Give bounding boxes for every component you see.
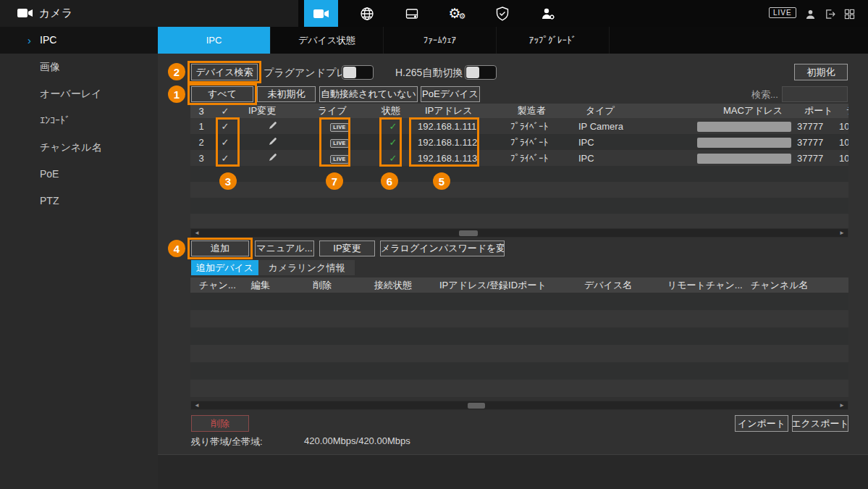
added-device-table: チャン... 編集 削除 接続状態 IPアドレス/登録IDポート デバイス名 リ… — [190, 277, 848, 397]
col-ip: IPアドレス — [415, 104, 507, 117]
row-checkbox[interactable]: ✓ — [212, 137, 238, 148]
empty-row — [190, 362, 848, 380]
col-delete: 削除 — [304, 279, 366, 292]
manufacturer: ﾌﾟﾗｲﾍﾞｰﾄ — [507, 153, 576, 164]
horizontal-scrollbar[interactable]: ◄ ► — [190, 228, 848, 238]
table-row[interactable]: 3 ✓ LIVE ✓ 192.168.1.113 ﾌﾟﾗｲﾍﾞｰﾄ IPC 37… — [190, 150, 848, 166]
row-checkbox[interactable]: ✓ — [212, 121, 238, 132]
col-channel-name: チャンネル名 — [742, 279, 848, 292]
select-all-checkbox[interactable]: ✓ — [212, 106, 238, 117]
nav-system-icon[interactable]: ⚙⚙ — [440, 0, 474, 27]
add-button[interactable]: 追加 — [191, 241, 249, 256]
manual-add-button[interactable]: マニュアル... — [255, 241, 314, 256]
col-channel: チャン... — [190, 279, 243, 292]
sidebar-item-label: ｴﾝｺｰﾄﾞ — [40, 114, 70, 126]
sidebar-item-label: チャンネル名 — [40, 141, 102, 153]
table-row[interactable]: 2 ✓ LIVE ✓ 192.168.1.112 ﾌﾟﾗｲﾍﾞｰﾄ IPC 37… — [190, 134, 848, 150]
h265-auto-toggle[interactable] — [465, 65, 497, 80]
live-badge: LIVE — [330, 139, 349, 148]
logout-icon[interactable] — [823, 7, 836, 20]
col-ip-register-port: IPアドレス/登録IDポート — [431, 279, 576, 292]
ip-address: 192.168.1.111 — [415, 121, 507, 132]
sidebar-item-ptz[interactable]: PTZ — [0, 188, 158, 214]
initialize-button[interactable]: 初期化 — [794, 64, 848, 80]
edit-ip-icon[interactable] — [238, 137, 308, 148]
sidebar-item-overlay[interactable]: オーバーレイ — [0, 80, 158, 107]
scroll-right-arrow[interactable]: ► — [838, 401, 846, 409]
sidebar-item-poe[interactable]: PoE — [0, 161, 158, 188]
device-search-button[interactable]: デバイス検索 — [191, 64, 258, 80]
device-type: IPC — [576, 153, 694, 164]
edit-ip-icon[interactable] — [238, 153, 308, 164]
delete-button[interactable]: 削除 — [191, 415, 249, 432]
change-camera-login-password-button[interactable]: カメラログインパスワードを変... — [380, 241, 505, 256]
bandwidth-label: 残り帯域/全帯域: — [191, 435, 263, 448]
row-checkbox[interactable]: ✓ — [212, 153, 238, 164]
sidebar-item-ipc[interactable]: › IPC — [0, 27, 158, 54]
nav-storage-icon[interactable] — [395, 0, 429, 27]
scroll-left-arrow[interactable]: ◄ — [193, 229, 201, 237]
scroll-left-arrow[interactable]: ◄ — [193, 401, 201, 409]
nav-account-icon[interactable] — [531, 0, 565, 27]
live-mode-badge[interactable]: LIVE — [769, 7, 796, 18]
scrollbar-thumb[interactable] — [468, 403, 485, 409]
ip-change-button[interactable]: IP変更 — [319, 241, 375, 256]
empty-row — [190, 380, 848, 397]
horizontal-scrollbar[interactable]: ◄ ► — [190, 401, 848, 410]
nav-network-icon[interactable] — [350, 0, 384, 27]
subtab-camera-link-info[interactable]: カメラリンク情報 — [258, 260, 355, 275]
col-remote-channel: リモートチャン... — [659, 279, 742, 292]
sidebar: › IPC 画像 オーバーレイ ｴﾝｺｰﾄﾞ チャンネル名 PoE PTZ — [0, 27, 158, 489]
export-button[interactable]: エクスポート — [792, 415, 848, 432]
device-extra: 10 — [836, 121, 848, 132]
live-badge: LIVE — [330, 155, 349, 164]
mac-redacted — [697, 122, 791, 132]
port: 37777 — [794, 121, 836, 132]
col-connection-status: 接続状態 — [366, 279, 431, 292]
device-type: IPC — [576, 137, 694, 148]
col-device: デ — [836, 104, 848, 117]
grid-icon[interactable] — [843, 7, 856, 20]
device-table-header: 3 ✓ IP変更 ライブ 状態 IPアドレス 製造者 タイプ MACアドレス ポ… — [190, 104, 848, 118]
col-type: タイプ — [576, 104, 694, 117]
empty-row — [190, 166, 848, 182]
h265-auto-label: H.265自動切換 — [395, 67, 463, 80]
user-icon[interactable] — [804, 7, 817, 20]
plug-and-play-toggle[interactable] — [342, 65, 374, 80]
col-manufacturer: 製造者 — [507, 104, 576, 117]
device-extra: 10 — [836, 137, 848, 148]
topbar: カメラ ⚙⚙ LIVE — [0, 0, 868, 27]
scroll-right-arrow[interactable]: ► — [838, 229, 846, 237]
filter-uninitialized-button[interactable]: 未初期化 — [257, 86, 316, 102]
tab-ipc[interactable]: IPC — [158, 27, 271, 54]
col-ip-change: IP変更 — [238, 104, 308, 117]
row-number: 2 — [190, 137, 212, 148]
subtab-added-devices[interactable]: 追加デバイス — [191, 260, 258, 275]
tab-firmware[interactable]: ﾌｧｰﾑｳｪｱ — [384, 27, 497, 54]
nav-camera-icon[interactable] — [304, 0, 338, 27]
sidebar-item-channel-name[interactable]: チャンネル名 — [0, 134, 158, 161]
status-check-icon: ✓ — [371, 137, 415, 148]
filter-poe-button[interactable]: PoEデバイス — [421, 86, 480, 102]
tab-upgrade[interactable]: ｱｯﾌﾟｸﾞﾚｰﾄﾞ — [497, 27, 610, 54]
empty-row — [190, 214, 848, 230]
device-type: IP Camera — [576, 121, 694, 132]
col-port: ポート — [794, 104, 836, 117]
live-badge: LIVE — [330, 123, 349, 132]
sidebar-item-image[interactable]: 画像 — [0, 54, 158, 80]
filter-not-auto-connected-button[interactable]: 自動接続されていない — [319, 86, 418, 102]
nav-security-icon[interactable] — [485, 0, 519, 27]
import-button[interactable]: インポート — [735, 415, 788, 432]
row-number: 3 — [190, 153, 212, 164]
search-input[interactable] — [782, 86, 848, 102]
tab-device-status[interactable]: デバイス状態 — [271, 27, 384, 54]
scrollbar-thumb[interactable] — [459, 230, 478, 236]
filter-all-button[interactable]: すべて — [191, 86, 253, 102]
sidebar-item-encode[interactable]: ｴﾝｺｰﾄﾞ — [0, 107, 158, 134]
active-indicator: › — [28, 27, 31, 54]
device-count: 3 — [190, 106, 212, 117]
edit-ip-icon[interactable] — [238, 121, 308, 132]
table-row[interactable]: 1 ✓ LIVE ✓ 192.168.1.111 ﾌﾟﾗｲﾍﾞｰﾄ IP Cam… — [190, 118, 848, 134]
empty-row — [190, 310, 848, 327]
row-number: 1 — [190, 121, 212, 132]
